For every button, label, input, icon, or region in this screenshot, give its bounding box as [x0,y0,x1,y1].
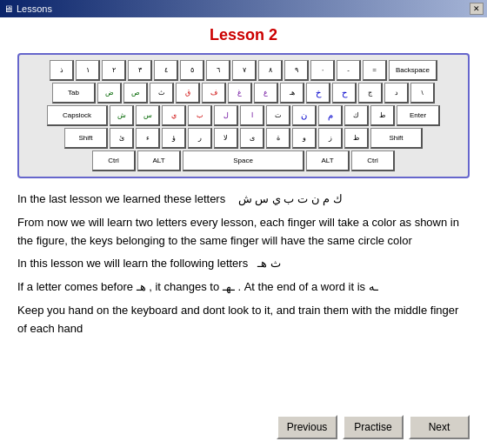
key-shift-left: Shift [64,128,108,149]
key-dhal: ذ [50,60,74,81]
line4-arabic2: ـهـ [223,280,235,293]
text-line-2: From now we will learn two letters every… [17,214,470,251]
key-alef-maqsura: ى [240,128,264,149]
line4-prefix: If a letter comes before [17,280,133,293]
line1-prefix: In the last lesson we learned these lett… [17,192,225,205]
key-jeem: ج [358,83,383,104]
key-ha2: ح [332,83,357,104]
line4-arabic3: ـه [369,280,378,293]
line3-arabic: ث هـ [257,257,281,270]
key-equals: = [363,60,387,81]
key-ain: ع [254,83,278,104]
key-9: ٩ [284,60,309,81]
key-waw: و [292,128,317,149]
key-qaf: ق [176,83,200,104]
key-sin: س [136,105,160,126]
key-dad: ض [97,83,122,104]
next-button[interactable]: Next [409,415,470,439]
line2-text: From now we will learn two letters every… [17,216,459,247]
key-backslash: \ [410,83,435,104]
line4-mid: , it changes to [149,280,219,293]
key-3: ٣ [128,60,152,81]
close-button[interactable]: ✕ [470,3,484,15]
practise-button[interactable]: Practise [343,415,404,439]
key-capslock: Capslock [47,105,108,126]
key-ya: ي [162,105,186,126]
key-nun: ن [292,105,317,126]
key-alef: ا [240,105,264,126]
key-dal: د [384,83,409,104]
key-ba: ب [188,105,212,126]
key-alt-left: ALT [137,150,181,171]
key-6: ٦ [206,60,230,81]
lesson-text: In the last lesson we learned these lett… [17,191,470,408]
key-minus: - [337,60,361,81]
keyboard-container: ذ ١ ٢ ٣ ٤ ٥ ٦ ٧ ٨ ٩ ٠ - = Backspace Tab … [17,53,470,178]
line1-arabic: ك م ن ت ب ي س ش [238,192,343,205]
title-bar: 🖥 Lessons ✕ [0,0,487,17]
text-line-5: Keep you hand on the keyboard and dont l… [17,302,470,338]
navigation-buttons: Previous Practise Next [17,408,470,439]
key-ta2: ط [370,105,395,126]
key-ctrl-left: Ctrl [92,150,136,171]
key-2: ٢ [102,60,126,81]
key-zain: ز [318,128,343,149]
key-enter: Enter [397,105,440,126]
text-line-3: In this lesson we will learn the followi… [17,255,470,273]
key-ctrl-right: Ctrl [351,150,395,171]
key-ra: ر [188,128,212,149]
key-ghain: غ [228,83,252,104]
window-title: Lessons [17,3,52,14]
key-kha: خ [306,83,330,104]
key-alt-right: ALT [306,150,350,171]
key-8: ٨ [258,60,283,81]
key-shin: ش [110,105,134,126]
previous-button[interactable]: Previous [277,415,337,439]
key-4: ٤ [154,60,178,81]
key-0: ٠ [310,60,335,81]
key-ya2: ئ [110,128,134,149]
key-dha: ظ [344,128,369,149]
key-tha: ث [150,83,174,104]
key-mim: م [318,105,343,126]
lesson-title: Lesson 2 [17,26,470,44]
text-line-1: In the last lesson we learned these lett… [17,191,470,209]
key-hamza: ء [136,128,160,149]
key-waw-hamza: ؤ [162,128,186,149]
window-icon: 🖥 [3,3,13,14]
key-7: ٧ [232,60,257,81]
key-ha: هـ [280,83,304,104]
key-kaf: ك [344,105,369,126]
key-5: ٥ [180,60,204,81]
key-1: ١ [76,60,100,81]
key-la: لا [214,128,238,149]
key-sad: ص [123,83,148,104]
line4-suffix: . At the end of a word it is [237,280,365,293]
line5-text: Keep you hand on the keyboard and dont l… [17,304,458,335]
line4-arabic1: هـ [137,280,146,293]
key-fa: ف [202,83,226,104]
key-backspace: Backspace [389,60,437,81]
key-lam: ل [214,105,238,126]
key-space: Space [183,150,304,171]
key-shift-right: Shift [370,128,423,149]
key-tab: Tab [52,83,96,104]
key-ta: ت [266,105,290,126]
line3-prefix: In this lesson we will learn the followi… [17,257,248,270]
key-ta-marbuta: ة [266,128,290,149]
text-line-4: If a letter comes before هـ , it changes… [17,278,470,297]
